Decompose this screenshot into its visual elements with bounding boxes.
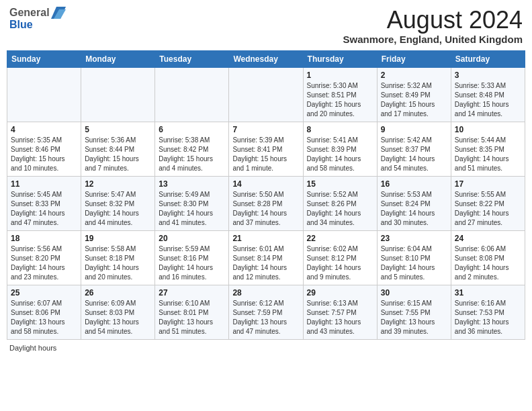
day-info: Sunrise: 5:38 AM Sunset: 8:42 PM Dayligh… <box>159 136 225 173</box>
day-number: 19 <box>85 234 151 243</box>
day-number: 9 <box>381 125 447 134</box>
calendar-cell: 1Sunrise: 5:30 AM Sunset: 8:51 PM Daylig… <box>303 67 377 122</box>
calendar-cell: 2Sunrise: 5:32 AM Sunset: 8:49 PM Daylig… <box>377 67 451 122</box>
day-number: 10 <box>455 125 521 134</box>
weekday-header: Tuesday <box>155 50 229 67</box>
calendar-cell: 18Sunrise: 5:56 AM Sunset: 8:20 PM Dayli… <box>7 230 81 285</box>
calendar-cell: 16Sunrise: 5:53 AM Sunset: 8:24 PM Dayli… <box>377 176 451 230</box>
day-number: 5 <box>85 125 151 134</box>
day-number: 29 <box>307 288 373 298</box>
calendar-cell: 9Sunrise: 5:42 AM Sunset: 8:37 PM Daylig… <box>377 122 451 176</box>
calendar-week-row: 18Sunrise: 5:56 AM Sunset: 8:20 PM Dayli… <box>7 230 525 285</box>
day-number: 27 <box>159 288 225 298</box>
calendar-cell: 14Sunrise: 5:50 AM Sunset: 8:28 PM Dayli… <box>229 176 303 230</box>
calendar-cell: 20Sunrise: 5:59 AM Sunset: 8:16 PM Dayli… <box>155 230 229 285</box>
calendar-cell: 23Sunrise: 6:04 AM Sunset: 8:10 PM Dayli… <box>377 230 451 285</box>
day-info: Sunrise: 5:39 AM Sunset: 8:41 PM Dayligh… <box>232 136 299 173</box>
calendar-cell: 15Sunrise: 5:52 AM Sunset: 8:26 PM Dayli… <box>303 176 377 230</box>
calendar-cell: 17Sunrise: 5:55 AM Sunset: 8:22 PM Dayli… <box>451 176 525 230</box>
day-info: Sunrise: 5:41 AM Sunset: 8:39 PM Dayligh… <box>307 136 373 173</box>
calendar-cell: 22Sunrise: 6:02 AM Sunset: 8:12 PM Dayli… <box>303 230 377 285</box>
day-info: Sunrise: 5:49 AM Sunset: 8:30 PM Dayligh… <box>159 190 225 228</box>
day-info: Sunrise: 5:30 AM Sunset: 8:51 PM Dayligh… <box>307 81 373 119</box>
location: Swanmore, England, United Kingdom <box>343 34 523 45</box>
month-year: August 2024 <box>343 7 523 34</box>
day-info: Sunrise: 5:47 AM Sunset: 8:32 PM Dayligh… <box>85 190 151 228</box>
calendar-week-row: 1Sunrise: 5:30 AM Sunset: 8:51 PM Daylig… <box>7 67 525 122</box>
day-number: 17 <box>455 179 521 189</box>
calendar-cell: 6Sunrise: 5:38 AM Sunset: 8:42 PM Daylig… <box>155 122 229 176</box>
day-info: Sunrise: 5:50 AM Sunset: 8:28 PM Dayligh… <box>232 190 299 228</box>
day-number: 4 <box>11 125 77 134</box>
day-number: 8 <box>307 125 373 134</box>
day-number: 11 <box>11 179 77 189</box>
calendar-cell: 12Sunrise: 5:47 AM Sunset: 8:32 PM Dayli… <box>81 176 155 230</box>
calendar-cell: 29Sunrise: 6:13 AM Sunset: 7:57 PM Dayli… <box>303 285 377 339</box>
day-info: Sunrise: 6:06 AM Sunset: 8:08 PM Dayligh… <box>455 244 521 282</box>
calendar-cell <box>155 67 229 122</box>
day-number: 3 <box>455 71 521 80</box>
calendar-week-row: 4Sunrise: 5:35 AM Sunset: 8:46 PM Daylig… <box>7 122 525 176</box>
day-info: Sunrise: 5:52 AM Sunset: 8:26 PM Dayligh… <box>307 190 373 228</box>
day-info: Sunrise: 5:44 AM Sunset: 8:35 PM Dayligh… <box>455 136 521 173</box>
daylight-hours-label: Daylight hours <box>9 344 56 352</box>
weekday-header: Friday <box>377 50 451 67</box>
footer: Daylight hours <box>7 344 525 352</box>
day-number: 23 <box>381 234 447 243</box>
calendar-cell: 11Sunrise: 5:45 AM Sunset: 8:33 PM Dayli… <box>7 176 81 230</box>
calendar-cell: 7Sunrise: 5:39 AM Sunset: 8:41 PM Daylig… <box>229 122 303 176</box>
day-info: Sunrise: 6:15 AM Sunset: 7:55 PM Dayligh… <box>381 299 447 336</box>
day-number: 15 <box>307 179 373 189</box>
logo-blue-text: Blue <box>9 19 33 30</box>
day-info: Sunrise: 6:07 AM Sunset: 8:06 PM Dayligh… <box>11 299 77 336</box>
day-number: 20 <box>159 234 225 243</box>
day-info: Sunrise: 5:45 AM Sunset: 8:33 PM Dayligh… <box>11 190 77 228</box>
day-number: 14 <box>232 179 299 189</box>
day-info: Sunrise: 5:59 AM Sunset: 8:16 PM Dayligh… <box>159 244 225 282</box>
calendar-cell: 25Sunrise: 6:07 AM Sunset: 8:06 PM Dayli… <box>7 285 81 339</box>
day-info: Sunrise: 6:12 AM Sunset: 7:59 PM Dayligh… <box>232 299 299 336</box>
day-number: 22 <box>307 234 373 243</box>
calendar-cell: 13Sunrise: 5:49 AM Sunset: 8:30 PM Dayli… <box>155 176 229 230</box>
calendar-cell <box>81 67 155 122</box>
calendar-cell: 3Sunrise: 5:33 AM Sunset: 8:48 PM Daylig… <box>451 67 525 122</box>
calendar-cell: 8Sunrise: 5:41 AM Sunset: 8:39 PM Daylig… <box>303 122 377 176</box>
day-number: 30 <box>381 288 447 298</box>
calendar-cell: 26Sunrise: 6:09 AM Sunset: 8:03 PM Dayli… <box>81 285 155 339</box>
calendar-cell: 24Sunrise: 6:06 AM Sunset: 8:08 PM Dayli… <box>451 230 525 285</box>
day-info: Sunrise: 5:33 AM Sunset: 8:48 PM Dayligh… <box>455 81 521 119</box>
calendar-cell: 21Sunrise: 6:01 AM Sunset: 8:14 PM Dayli… <box>229 230 303 285</box>
logo: General Blue <box>9 7 66 31</box>
day-info: Sunrise: 5:32 AM Sunset: 8:49 PM Dayligh… <box>381 81 447 119</box>
calendar-cell <box>229 67 303 122</box>
day-number: 25 <box>11 288 77 298</box>
day-number: 2 <box>381 71 447 80</box>
calendar-cell: 10Sunrise: 5:44 AM Sunset: 8:35 PM Dayli… <box>451 122 525 176</box>
calendar-cell <box>7 67 81 122</box>
title-area: August 2024 Swanmore, England, United Ki… <box>343 7 523 45</box>
calendar-table: SundayMondayTuesdayWednesdayThursdayFrid… <box>7 50 525 340</box>
calendar-cell: 27Sunrise: 6:10 AM Sunset: 8:01 PM Dayli… <box>155 285 229 339</box>
weekday-header: Wednesday <box>229 50 303 67</box>
day-number: 21 <box>232 234 299 243</box>
day-info: Sunrise: 5:53 AM Sunset: 8:24 PM Dayligh… <box>381 190 447 228</box>
day-info: Sunrise: 6:16 AM Sunset: 7:53 PM Dayligh… <box>455 299 521 336</box>
weekday-header: Monday <box>81 50 155 67</box>
day-number: 24 <box>455 234 521 243</box>
calendar-cell: 5Sunrise: 5:36 AM Sunset: 8:44 PM Daylig… <box>81 122 155 176</box>
day-number: 26 <box>85 288 151 298</box>
day-info: Sunrise: 5:55 AM Sunset: 8:22 PM Dayligh… <box>455 190 521 228</box>
day-info: Sunrise: 6:13 AM Sunset: 7:57 PM Dayligh… <box>307 299 373 336</box>
calendar-cell: 31Sunrise: 6:16 AM Sunset: 7:53 PM Dayli… <box>451 285 525 339</box>
day-number: 18 <box>11 234 77 243</box>
calendar-week-row: 11Sunrise: 5:45 AM Sunset: 8:33 PM Dayli… <box>7 176 525 230</box>
day-number: 16 <box>381 179 447 189</box>
weekday-header: Saturday <box>451 50 525 67</box>
weekday-header: Thursday <box>303 50 377 67</box>
logo-icon <box>51 7 66 19</box>
day-number: 28 <box>232 288 299 298</box>
calendar-cell: 19Sunrise: 5:58 AM Sunset: 8:18 PM Dayli… <box>81 230 155 285</box>
logo-general-text: General <box>9 7 50 19</box>
day-info: Sunrise: 6:01 AM Sunset: 8:14 PM Dayligh… <box>232 244 299 282</box>
calendar-cell: 30Sunrise: 6:15 AM Sunset: 7:55 PM Dayli… <box>377 285 451 339</box>
